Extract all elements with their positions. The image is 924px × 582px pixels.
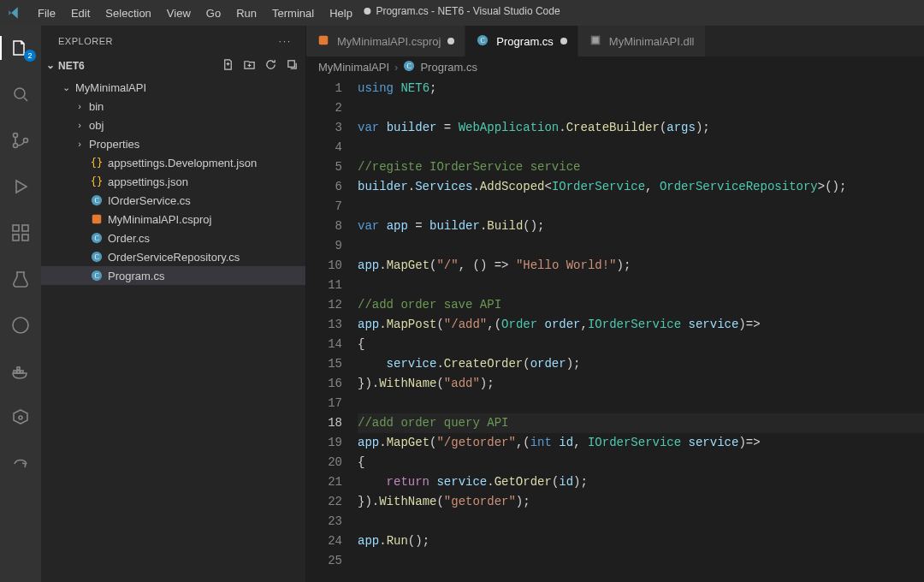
editor-tab[interactable]: CProgram.cs xyxy=(465,26,578,56)
tree-file[interactable]: {}appsettings.json xyxy=(41,172,305,191)
svg-rect-12 xyxy=(17,367,20,370)
svg-text:C: C xyxy=(94,235,98,242)
code-lines[interactable]: using NET6; var builder = WebApplication… xyxy=(358,77,924,582)
tree-folder[interactable]: ›bin xyxy=(41,97,305,116)
csharp-file-icon: C xyxy=(89,194,104,206)
csproj-file-icon xyxy=(317,34,329,49)
menu-view[interactable]: View xyxy=(160,3,198,23)
modified-dot-icon xyxy=(560,38,567,45)
svg-point-1 xyxy=(14,134,18,138)
menu-terminal[interactable]: Terminal xyxy=(265,3,321,23)
chevron-right-icon: › xyxy=(74,101,86,111)
svg-rect-5 xyxy=(22,225,28,231)
svg-text:C: C xyxy=(481,36,485,44)
new-folder-icon[interactable] xyxy=(243,58,256,74)
chevron-right-icon: › xyxy=(394,61,398,74)
folder-root-header[interactable]: ⌄ NET6 xyxy=(41,56,305,76)
modified-dot-icon xyxy=(447,38,454,45)
chevron-right-icon: › xyxy=(74,139,86,149)
svg-rect-6 xyxy=(13,235,19,241)
svg-text:C: C xyxy=(407,62,412,69)
tree-file[interactable]: CProgram.cs xyxy=(41,266,305,285)
svg-rect-7 xyxy=(22,235,28,241)
svg-point-8 xyxy=(13,318,28,333)
csharp-file-icon: C xyxy=(89,251,104,263)
sidebar-title: EXPLORER xyxy=(58,36,113,46)
svg-rect-17 xyxy=(92,215,102,224)
json-file-icon: {} xyxy=(89,157,104,169)
window-title-text: Program.cs - NET6 - Visual Studio Code xyxy=(376,5,560,17)
json-file-icon: {} xyxy=(89,175,104,187)
folder-root-name: NET6 xyxy=(58,60,85,72)
window-title: Program.cs - NET6 - Visual Studio Code xyxy=(364,5,560,17)
tree-file[interactable]: COrderServiceRepository.cs xyxy=(41,247,305,266)
activity-source-control[interactable] xyxy=(0,125,41,156)
activity-run-debug[interactable] xyxy=(0,171,41,202)
explorer-badge: 2 xyxy=(24,50,36,62)
tree-file[interactable]: COrder.cs xyxy=(41,229,305,247)
breadcrumb[interactable]: MyMinimalAPI › C Program.cs xyxy=(306,56,924,77)
svg-rect-14 xyxy=(288,61,295,68)
menubar: FileEditSelectionViewGoRunTerminalHelp xyxy=(31,3,359,23)
editor-tab[interactable]: MyMinimalAPI.csproj xyxy=(306,26,465,56)
activity-bar: 2 xyxy=(0,26,41,582)
csharp-file-icon: C xyxy=(89,270,104,282)
tree-folder[interactable]: ⌄MyMinimalAPI xyxy=(41,78,305,97)
dll-file-icon xyxy=(589,34,601,49)
breadcrumb-segment[interactable]: Program.cs xyxy=(420,61,477,74)
activity-github[interactable] xyxy=(0,310,41,341)
svg-text:C: C xyxy=(94,197,98,205)
tree-file[interactable]: CIOrderService.cs xyxy=(41,191,305,210)
svg-rect-24 xyxy=(319,35,329,45)
sidebar-explorer: EXPLORER ··· ⌄ NET6 ⌄MyMinimalAPI›bin›ob… xyxy=(41,26,306,582)
menu-selection[interactable]: Selection xyxy=(98,3,157,23)
menu-go[interactable]: Go xyxy=(199,3,228,23)
svg-point-3 xyxy=(24,139,28,143)
svg-point-13 xyxy=(19,416,22,419)
csproj-file-icon xyxy=(89,213,104,225)
new-file-icon[interactable] xyxy=(222,58,234,74)
activity-extensions[interactable] xyxy=(0,217,41,248)
tree-file[interactable]: MyMinimalAPI.csproj xyxy=(41,210,305,229)
refresh-icon[interactable] xyxy=(264,58,277,74)
breadcrumb-segment[interactable]: MyMinimalAPI xyxy=(318,61,389,74)
csharp-file-icon: C xyxy=(89,232,104,244)
menu-edit[interactable]: Edit xyxy=(64,3,97,23)
activity-remote[interactable] xyxy=(0,448,41,479)
menu-file[interactable]: File xyxy=(31,3,62,23)
activity-testing[interactable] xyxy=(0,264,41,294)
svg-point-2 xyxy=(14,144,18,148)
vscode-logo-icon xyxy=(7,5,22,21)
code-editor[interactable]: 1234567891011121314151617181920212223242… xyxy=(306,77,924,582)
svg-text:C: C xyxy=(94,272,98,280)
titlebar: FileEditSelectionViewGoRunTerminalHelp P… xyxy=(0,0,924,26)
chevron-down-icon: ⌄ xyxy=(46,59,55,71)
file-tree: ⌄MyMinimalAPI›bin›obj›Properties{}appset… xyxy=(41,76,305,287)
activity-explorer[interactable]: 2 xyxy=(0,33,41,63)
tree-folder[interactable]: ›Properties xyxy=(41,134,305,153)
sidebar-more-icon[interactable]: ··· xyxy=(279,36,292,46)
activity-search[interactable] xyxy=(0,79,41,110)
activity-docker[interactable] xyxy=(0,356,41,387)
chevron-right-icon: › xyxy=(74,120,86,130)
sidebar-header: EXPLORER ··· xyxy=(41,26,305,56)
activity-kubernetes[interactable] xyxy=(0,402,41,433)
menu-run[interactable]: Run xyxy=(229,3,264,23)
collapse-all-icon[interactable] xyxy=(286,58,299,74)
tab-bar: MyMinimalAPI.csprojCProgram.csMyMinimalA… xyxy=(306,26,924,56)
csharp-file-icon: C xyxy=(403,60,415,74)
svg-rect-4 xyxy=(13,225,19,231)
svg-text:C: C xyxy=(94,253,98,261)
svg-point-0 xyxy=(15,88,25,98)
tree-folder[interactable]: ›obj xyxy=(41,116,305,134)
chevron-down-icon: ⌄ xyxy=(60,82,72,93)
line-number-gutter: 1234567891011121314151617181920212223242… xyxy=(306,77,358,582)
menu-help[interactable]: Help xyxy=(323,3,359,23)
editor-tab[interactable]: MyMinimalAPI.dll xyxy=(578,26,706,56)
csharp-file-icon: C xyxy=(477,34,489,49)
tree-file[interactable]: {}appsettings.Development.json xyxy=(41,153,305,172)
editor-area: MyMinimalAPI.csprojCProgram.csMyMinimalA… xyxy=(306,26,924,582)
modified-dot-icon xyxy=(364,8,370,15)
svg-rect-28 xyxy=(592,37,598,43)
